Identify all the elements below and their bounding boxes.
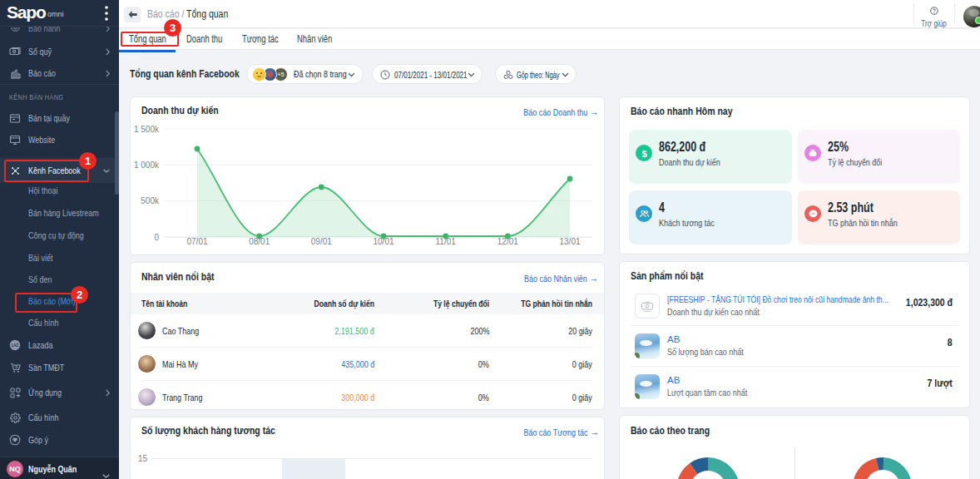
- svg-text:$: $: [641, 148, 646, 158]
- svg-text:LAZ: LAZ: [12, 343, 19, 348]
